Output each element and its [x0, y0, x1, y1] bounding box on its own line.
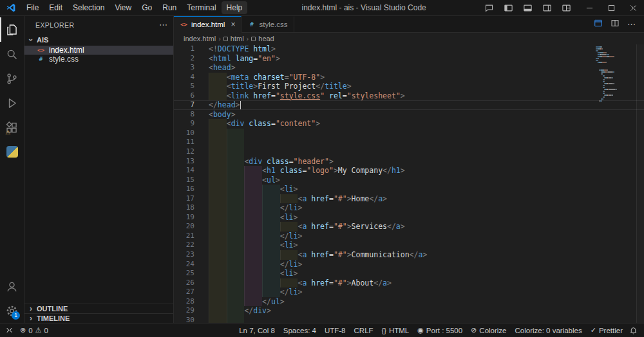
minimize-button[interactable] [578, 0, 600, 15]
status-language-mode[interactable]: {}HTML [382, 327, 410, 334]
code-line[interactable]: 26<a href="#">About</a> [174, 278, 644, 288]
code-line[interactable]: 19<li> [174, 213, 644, 223]
html-file-icon: <> [37, 47, 45, 53]
explorer-icon[interactable] [0, 17, 24, 42]
indent-guide [244, 194, 262, 204]
status-eol-sequence[interactable]: CRLF [354, 327, 374, 334]
folder-section-header[interactable]: › AIS [24, 33, 173, 46]
menu-item-terminal[interactable]: Terminal [182, 1, 221, 14]
minimap-token [604, 96, 605, 98]
indent-guide [227, 129, 245, 138]
section-outline[interactable]: ›OUTLINE [24, 304, 173, 313]
python-icon[interactable] [0, 140, 24, 164]
code-line[interactable]: 8<body> [174, 110, 644, 120]
code-line[interactable]: 28</ul> [174, 297, 644, 307]
line-number: 12 [174, 147, 204, 157]
source-control-icon[interactable] [0, 66, 24, 91]
status-indentation[interactable]: Spaces: 4 [283, 327, 316, 334]
indent-guide [244, 278, 262, 288]
minimap[interactable] [596, 46, 636, 104]
split-editor-icon[interactable] [611, 19, 620, 30]
code-line[interactable]: 18</li> [174, 203, 644, 213]
file-item-index.html[interactable]: <>index.html [24, 46, 173, 55]
breadcrumb-item-head[interactable]: head [251, 35, 274, 42]
indent-guide [244, 232, 262, 241]
search-icon[interactable] [0, 42, 24, 66]
code-line[interactable]: 15<ul> [174, 176, 644, 185]
line-number: 20 [174, 222, 204, 232]
code-line[interactable]: 1<!DOCTYPE html> [174, 44, 644, 54]
code-line[interactable]: 20<a href="#">Services</a> [174, 222, 644, 232]
problems-indicator[interactable]: ⊗ 0 ⚠ 0 [20, 326, 48, 334]
code-line[interactable]: 30 [174, 316, 644, 323]
code-line[interactable]: 21</li> [174, 232, 644, 241]
indent-guide [209, 147, 227, 157]
scrollbar[interactable] [636, 44, 644, 323]
status-encoding[interactable]: UTF-8 [325, 327, 346, 334]
menu-item-run[interactable]: Run [157, 1, 182, 14]
close-button[interactable] [622, 0, 644, 15]
status-colorize-variables[interactable]: Colorize: 0 variables [515, 327, 582, 334]
breadcrumb-item-index.html[interactable]: index.html [184, 35, 216, 42]
status-live-server-port[interactable]: ◉Port : 5500 [417, 326, 462, 334]
maximize-button[interactable] [600, 0, 622, 15]
code-line[interactable]: 2<html lang="en"> [174, 54, 644, 64]
code-line[interactable]: 7</head> [174, 100, 644, 110]
status-cursor-position[interactable]: Ln 7, Col 8 [239, 327, 275, 334]
code-line[interactable]: 24</li> [174, 260, 644, 269]
code-line[interactable]: 4<meta charset="UTF-8"> [174, 73, 644, 82]
breadcrumb-item-html[interactable]: html [223, 35, 244, 42]
toggle-panel-icon[interactable] [519, 1, 536, 14]
code-line[interactable]: 27</li> [174, 287, 644, 297]
code-line[interactable]: 3<head> [174, 63, 644, 73]
manage-gear-icon[interactable]: 1 [0, 298, 24, 323]
error-icon: ⊗ [20, 326, 26, 334]
indent-guide [244, 241, 262, 250]
tab-index.html[interactable]: <>index.html× [174, 16, 242, 32]
code-token: html [213, 54, 231, 64]
file-item-style.css[interactable]: #style.css [24, 55, 173, 64]
code-line[interactable]: 17<a href="#">Home</a> [174, 194, 644, 204]
toggle-secondary-sidebar-icon[interactable] [538, 1, 555, 14]
menu-item-edit[interactable]: Edit [44, 1, 68, 14]
notifications-bell-icon[interactable] [629, 326, 638, 334]
css-file-icon: # [37, 56, 45, 62]
code-line[interactable]: 16<li> [174, 185, 644, 194]
explorer-more-actions-icon[interactable]: ⋯ [159, 20, 168, 30]
close-tab-icon[interactable]: × [231, 20, 235, 29]
menu-item-go[interactable]: Go [137, 1, 157, 14]
code-line[interactable]: 11 [174, 138, 644, 147]
code-line[interactable]: 12 [174, 147, 644, 157]
chat-icon[interactable] [480, 1, 497, 14]
code-line[interactable]: 29</div> [174, 306, 644, 316]
code-token: < [280, 213, 285, 223]
tab-style.css[interactable]: #style.css [242, 16, 294, 32]
customize-layout-icon[interactable] [558, 1, 574, 14]
status-colorize[interactable]: ⊘Colorize [471, 326, 506, 334]
indent-guide [262, 222, 280, 232]
open-preview-icon[interactable] [594, 19, 603, 30]
code-line[interactable]: 25<li> [174, 269, 644, 278]
accounts-icon[interactable] [0, 274, 24, 298]
code-line[interactable]: 9<div class="content"> [174, 119, 644, 129]
code-line[interactable]: 5<title>First Project</title> [174, 82, 644, 91]
more-actions-icon[interactable]: ⋯ [627, 19, 636, 29]
section-timeline[interactable]: ›TIMELINE [24, 313, 173, 323]
toggle-sidebar-icon[interactable] [500, 1, 516, 14]
code-area[interactable]: 1<!DOCTYPE html>2<html lang="en">3<head>… [174, 44, 644, 323]
status-prettier[interactable]: ✓Prettier [591, 326, 623, 334]
code-line[interactable]: 10 [174, 129, 644, 138]
menu-item-selection[interactable]: Selection [68, 1, 109, 14]
remote-indicator[interactable] [5, 326, 14, 334]
code-line[interactable]: 23<a href="#">Communication</a> [174, 250, 644, 260]
code-line[interactable]: 13<div class="header"> [174, 157, 644, 167]
menu-item-help[interactable]: Help [222, 1, 248, 14]
code-line[interactable]: 22<li> [174, 241, 644, 250]
code-line[interactable]: 6<link href="style.css" rel="stylesheet"… [174, 91, 644, 101]
extensions-icon[interactable]: ⚠ [0, 115, 24, 140]
code-line[interactable]: 14<h1 class="logo">My Company</h1> [174, 166, 644, 176]
code-token: > [347, 222, 352, 232]
menu-item-file[interactable]: File [21, 1, 44, 14]
run-debug-icon[interactable] [0, 91, 24, 115]
menu-item-view[interactable]: View [109, 1, 137, 14]
